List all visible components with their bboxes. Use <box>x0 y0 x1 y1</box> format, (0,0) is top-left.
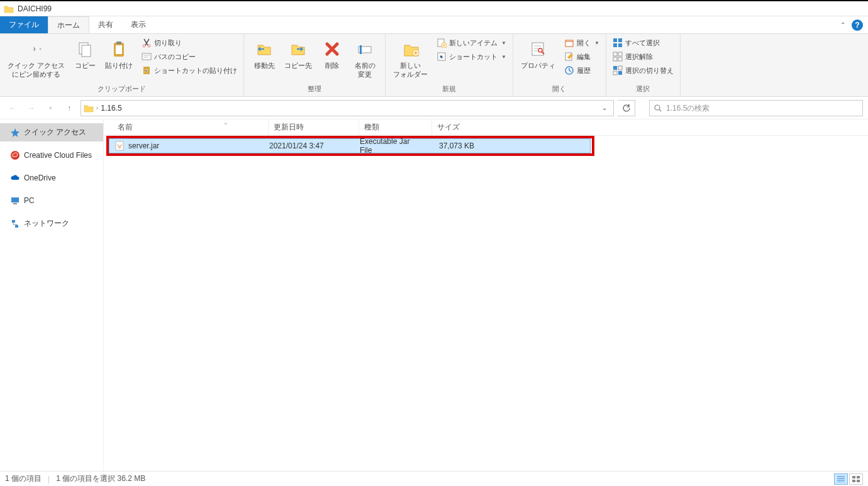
group-select-label: 選択 <box>610 83 676 96</box>
select-all-button[interactable]: すべて選択 <box>610 36 676 49</box>
properties-icon <box>529 38 547 60</box>
pc-icon <box>10 196 20 206</box>
new-folder-icon <box>402 38 420 60</box>
tab-view[interactable]: 表示 <box>122 16 155 33</box>
move-icon <box>255 38 273 60</box>
svg-rect-10 <box>360 45 362 54</box>
column-name[interactable]: 名前 <box>113 119 269 135</box>
svg-rect-37 <box>15 225 18 228</box>
titlebar: DAICHI99 <box>0 1 868 16</box>
svg-rect-30 <box>613 71 617 75</box>
svg-point-5 <box>143 45 145 47</box>
breadcrumb-separator-icon[interactable]: › <box>96 104 98 111</box>
svg-point-6 <box>148 45 150 47</box>
chevron-down-icon: ▼ <box>594 40 599 46</box>
chevron-down-icon: ▼ <box>501 54 506 60</box>
delete-button[interactable]: 削除 <box>316 36 348 72</box>
new-item-button[interactable]: 新しいアイテム▼ <box>434 36 509 49</box>
history-button[interactable]: 履歴 <box>562 64 602 77</box>
sidebar-item-pc[interactable]: PC <box>0 192 103 209</box>
breadcrumb-current[interactable]: 1.16.5 <box>101 104 121 113</box>
column-date[interactable]: 更新日時 <box>269 119 359 135</box>
jar-file-icon <box>114 141 125 151</box>
svg-rect-41 <box>852 480 855 482</box>
group-clipboard-label: クリップボード <box>4 83 240 96</box>
svg-point-32 <box>655 105 660 110</box>
svg-rect-4 <box>116 41 121 44</box>
paste-shortcut-button[interactable]: ショートカットの貼り付け <box>139 64 240 77</box>
file-row[interactable]: server.jar 2021/01/24 3:47 Executable Ja… <box>109 138 591 153</box>
select-none-button[interactable]: 選択解除 <box>610 50 676 63</box>
invert-selection-button[interactable]: 選択の切り替え <box>610 64 676 77</box>
folder-icon <box>84 104 94 113</box>
icons-view-icon <box>852 476 860 482</box>
large-icons-view-button[interactable] <box>849 473 863 485</box>
back-button[interactable]: ← <box>5 101 20 116</box>
copy-path-button[interactable]: パスのコピー <box>139 50 240 63</box>
creative-cloud-icon <box>10 150 20 160</box>
svg-rect-39 <box>852 476 855 478</box>
open-icon <box>564 38 574 48</box>
edit-button[interactable]: 編集 <box>562 50 602 63</box>
forward-button[interactable]: → <box>24 101 39 116</box>
search-input[interactable] <box>666 104 859 113</box>
tab-share[interactable]: 共有 <box>89 16 122 33</box>
help-icon[interactable]: ? <box>852 19 863 31</box>
tab-home[interactable]: ホーム <box>48 16 89 33</box>
copy-to-button[interactable]: コピー先 <box>281 36 316 72</box>
sidebar-item-onedrive[interactable]: OneDrive <box>0 169 103 187</box>
properties-button[interactable]: プロパティ <box>517 36 559 72</box>
address-dropdown-icon[interactable]: ⌄ <box>598 104 611 111</box>
svg-rect-23 <box>618 43 622 47</box>
sidebar-item-quickaccess[interactable]: クイック アクセス <box>0 123 103 141</box>
tab-file[interactable]: ファイル <box>0 16 48 33</box>
cut-icon <box>142 38 152 48</box>
recent-chevron-icon[interactable]: ▾ <box>43 101 58 116</box>
easy-access-button[interactable]: ショートカット▼ <box>434 50 509 63</box>
rename-button[interactable]: 名前の 変更 <box>348 36 381 80</box>
group-new-label: 新規 <box>389 83 509 96</box>
select-none-icon <box>613 52 623 62</box>
refresh-button[interactable] <box>618 100 635 116</box>
sidebar-item-network[interactable]: ネットワーク <box>0 214 103 233</box>
column-type[interactable]: 種類 <box>359 119 432 135</box>
ribbon: クイック アクセス にピン留めする コピー 貼り付け 切り取り パスのコピー シ… <box>0 34 868 97</box>
path-icon <box>142 52 152 62</box>
minimize-ribbon-icon[interactable]: ⌃ <box>840 21 845 28</box>
move-to-button[interactable]: 移動先 <box>248 36 281 72</box>
group-organize-label: 整理 <box>248 83 381 96</box>
shortcut-small-icon <box>437 52 447 62</box>
open-button[interactable]: 開く▼ <box>562 36 602 49</box>
sidebar-item-creative[interactable]: Creative Cloud Files <box>0 146 103 164</box>
column-size[interactable]: サイズ <box>432 119 484 135</box>
copy-icon <box>77 38 93 60</box>
new-folder-button[interactable]: 新しい フォルダー <box>389 36 431 80</box>
copy-button[interactable]: コピー <box>69 36 101 72</box>
status-selection: 1 個の項目を選択 36.2 MB <box>56 473 145 484</box>
file-date: 2021/01/24 3:47 <box>264 141 355 150</box>
network-icon <box>10 219 20 229</box>
svg-rect-31 <box>618 71 622 75</box>
nav-row: ← → ▾ ↑ › 1.16.5 ⌄ <box>0 97 868 119</box>
svg-rect-20 <box>613 38 617 42</box>
svg-rect-40 <box>857 476 860 478</box>
star-icon <box>10 128 20 138</box>
svg-rect-7 <box>142 53 151 60</box>
search-box[interactable] <box>649 100 863 116</box>
refresh-icon <box>622 104 631 113</box>
details-view-button[interactable] <box>834 473 848 485</box>
onedrive-icon <box>10 173 20 183</box>
file-type: Executable Jar File <box>355 137 428 155</box>
up-button[interactable]: ↑ <box>62 101 77 116</box>
file-name: server.jar <box>128 141 159 150</box>
paste-button[interactable]: 貼り付け <box>101 36 136 72</box>
edit-icon <box>564 52 574 62</box>
delete-icon <box>323 38 341 60</box>
invert-icon <box>613 65 623 75</box>
group-open-label: 開く <box>517 83 602 96</box>
address-bar[interactable]: › 1.16.5 ⌄ <box>81 100 614 116</box>
pin-to-quickaccess-button[interactable]: クイック アクセス にピン留めする <box>4 36 69 80</box>
svg-rect-22 <box>613 43 617 47</box>
svg-rect-35 <box>13 203 17 204</box>
cut-button[interactable]: 切り取り <box>139 36 240 49</box>
